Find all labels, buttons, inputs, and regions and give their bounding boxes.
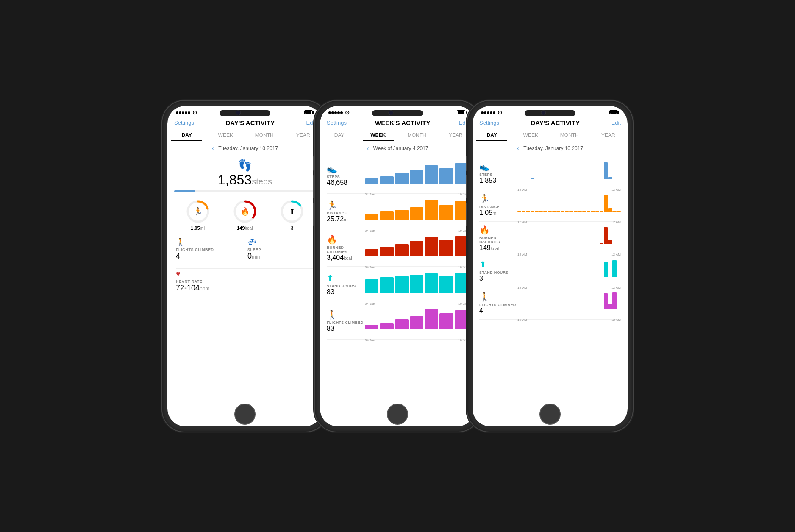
week-item-label: DISTANCE <box>327 211 365 215</box>
status-right <box>304 110 314 114</box>
day-chart-dates: 12 AM12 AM <box>517 286 621 290</box>
day-item-label: DISTANCE <box>479 205 517 209</box>
phone-2: ⊙ 9:41 AM Settings WEEK'S ACTIVITY Edit … <box>315 101 480 432</box>
chart-bar <box>455 273 468 293</box>
day-item-value: 1.05mi <box>479 209 517 217</box>
tab-month[interactable]: MONTH <box>398 130 436 141</box>
day-bar <box>600 179 603 179</box>
week-item-left: 🔥 BURNED CALORIES 3,404kcal <box>327 234 365 262</box>
day-bar <box>543 309 547 309</box>
day-bar <box>591 179 595 179</box>
date-label: Week of January 4 2017 <box>373 145 428 151</box>
day-bar <box>526 309 530 309</box>
prev-arrow[interactable]: ‹ <box>212 145 214 152</box>
day-bar <box>595 244 599 244</box>
tab-year[interactable]: YEAR <box>589 130 628 141</box>
week-item-value: 46,658 <box>327 179 365 187</box>
day-bar <box>569 244 573 244</box>
day-bar <box>522 179 525 179</box>
day-bar <box>578 179 582 179</box>
day-item-left: 👟 STEPS 1,853 <box>479 162 517 184</box>
status-right <box>457 110 467 114</box>
week-item-label: STEPS <box>327 175 365 179</box>
tab-week[interactable]: WEEK <box>359 130 398 141</box>
chart-bar <box>380 277 393 293</box>
chart-bar <box>365 325 378 329</box>
week-item-value: 83 <box>327 288 365 296</box>
phone-wrapper-1: ⊙ 9:41 AM Settings DAY'S ACTIVITY Edit D… <box>169 101 321 432</box>
day-bar <box>517 211 521 212</box>
ring-value: 1.05mi <box>191 226 205 231</box>
chart-bar <box>380 176 393 184</box>
edit-link[interactable]: Edit <box>459 120 468 126</box>
day-bar <box>582 211 586 212</box>
day-bar <box>604 227 608 244</box>
edit-link[interactable]: Edit <box>306 120 316 126</box>
home-button[interactable] <box>539 404 561 425</box>
day-bar <box>582 179 586 179</box>
status-right <box>609 110 619 114</box>
week-chart <box>365 160 468 184</box>
day-item-label: STEPS <box>479 173 517 177</box>
day-item-value: 3 <box>479 275 517 282</box>
day-bar <box>617 244 621 244</box>
screen: ⊙ 9:41 AM Settings WEEK'S ACTIVITY Edit … <box>320 106 475 426</box>
battery-icon <box>609 110 619 114</box>
day-bar <box>617 309 621 309</box>
date-nav: ‹ Week of January 4 2017 <box>320 141 475 156</box>
day-item: 🔥 BURNED CALORIES 149kcal 12 AM12 AM <box>479 222 621 255</box>
day-chart-dates: 12 AM12 AM <box>517 220 621 224</box>
phone-wrapper-3: ⊙ 9:41 AM Settings DAY'S ACTIVITY Edit D… <box>474 101 626 432</box>
prev-arrow[interactable]: ‹ <box>367 145 369 152</box>
home-button[interactable] <box>387 404 408 425</box>
rings-row: 🏃 1.05mi 🔥 149kcal ⬆ 3 <box>174 196 316 233</box>
stat-icon: ♥ <box>176 270 314 279</box>
tab-month[interactable]: MONTH <box>550 130 589 141</box>
signal-dots <box>328 110 343 115</box>
status-left: ⊙ <box>328 109 350 116</box>
settings-link[interactable]: Settings <box>174 120 194 126</box>
day-chart <box>517 225 621 244</box>
chart-dates: 04 Jan10 Jan <box>365 302 468 306</box>
volume-up-button <box>161 175 162 198</box>
day-item-label: FLIGHTS CLIMBED <box>479 303 517 307</box>
tabs: DAYWEEKMONTHYEAR <box>167 130 322 141</box>
date-label: Tuesday, January 10 2017 <box>218 145 278 151</box>
speaker <box>372 110 423 116</box>
day-bar <box>574 179 578 179</box>
content: 👟 STEPS 1,853 12 AM12 AM 🏃 DISTANCE <box>473 156 628 426</box>
home-button[interactable] <box>234 404 256 425</box>
day-bar <box>608 177 612 179</box>
day-chart-dates: 12 AM12 AM <box>517 253 621 256</box>
tab-day[interactable]: DAY <box>473 130 511 141</box>
week-item-icon: 🏃 <box>327 200 365 210</box>
tab-month[interactable]: MONTH <box>245 130 284 141</box>
week-item-icon: 🔥 <box>327 234 365 245</box>
tab-week[interactable]: WEEK <box>511 130 550 141</box>
day-bar <box>582 277 586 277</box>
day-bar <box>561 277 564 277</box>
prev-arrow[interactable]: ‹ <box>517 145 519 152</box>
chart-bar <box>455 310 468 329</box>
day-bar <box>556 309 560 309</box>
phone-screen-3: ⊙ 9:41 AM Settings DAY'S ACTIVITY Edit D… <box>473 106 628 426</box>
day-bar <box>600 211 603 212</box>
day-bar <box>552 309 556 309</box>
day-bar <box>569 211 573 212</box>
chart-bar <box>380 211 393 220</box>
page-title: WEEK'S ACTIVITY <box>375 119 431 126</box>
day-bar <box>548 179 551 179</box>
day-item-label: STAND HOURS <box>479 270 517 275</box>
settings-link[interactable]: Settings <box>479 120 499 126</box>
tab-day[interactable]: DAY <box>320 130 359 141</box>
day-bar <box>539 211 543 212</box>
stat-item: 💤 SLEEP 0min <box>246 235 316 263</box>
battery-icon <box>457 110 467 114</box>
date-nav: ‹ Tuesday, January 10 2017 <box>167 141 322 156</box>
mute-button <box>466 156 467 171</box>
volume-down-button <box>466 203 467 226</box>
tab-week[interactable]: WEEK <box>206 130 245 141</box>
settings-link[interactable]: Settings <box>327 120 347 126</box>
edit-link[interactable]: Edit <box>612 120 621 126</box>
tab-day[interactable]: DAY <box>167 130 206 141</box>
